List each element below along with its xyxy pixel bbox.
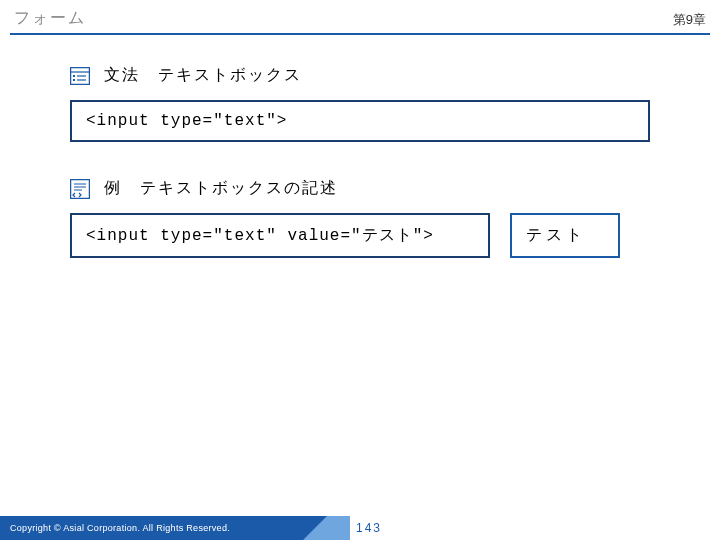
example-code: <input type="text" value="テスト"> bbox=[86, 227, 434, 245]
header: フォーム 第9章 bbox=[0, 0, 720, 33]
syntax-heading: 文法 テキストボックス bbox=[70, 65, 650, 86]
example-heading: 例 テキストボックスの記述 bbox=[70, 178, 650, 199]
example-row: <input type="text" value="テスト"> テスト bbox=[70, 213, 650, 258]
example-rendered-value: テスト bbox=[526, 225, 586, 246]
footer-wedge bbox=[280, 516, 350, 540]
content: 文法 テキストボックス <input type="text"> 例 テ bbox=[0, 35, 720, 258]
svg-rect-4 bbox=[73, 79, 75, 81]
chapter-label: 第9章 bbox=[673, 11, 706, 29]
footer: Copyright © Asial Corporation. All Right… bbox=[0, 516, 720, 540]
list-box-icon bbox=[70, 67, 90, 85]
example-heading-text: 例 テキストボックスの記述 bbox=[104, 178, 338, 199]
example-code-box: <input type="text" value="テスト"> bbox=[70, 213, 490, 258]
syntax-code-box: <input type="text"> bbox=[70, 100, 650, 142]
page-title: フォーム bbox=[14, 8, 86, 29]
syntax-code: <input type="text"> bbox=[86, 112, 287, 130]
code-sheet-icon bbox=[70, 179, 90, 199]
svg-rect-2 bbox=[73, 75, 75, 77]
syntax-heading-text: 文法 テキストボックス bbox=[104, 65, 302, 86]
footer-copyright: Copyright © Asial Corporation. All Right… bbox=[0, 516, 280, 540]
example-rendered-input[interactable]: テスト bbox=[510, 213, 620, 258]
footer-page-number: 143 bbox=[350, 516, 382, 540]
example-section: 例 テキストボックスの記述 <input type="text" value="… bbox=[70, 178, 650, 258]
slide-page: フォーム 第9章 文法 テキストボックス <input type="text"> bbox=[0, 0, 720, 540]
